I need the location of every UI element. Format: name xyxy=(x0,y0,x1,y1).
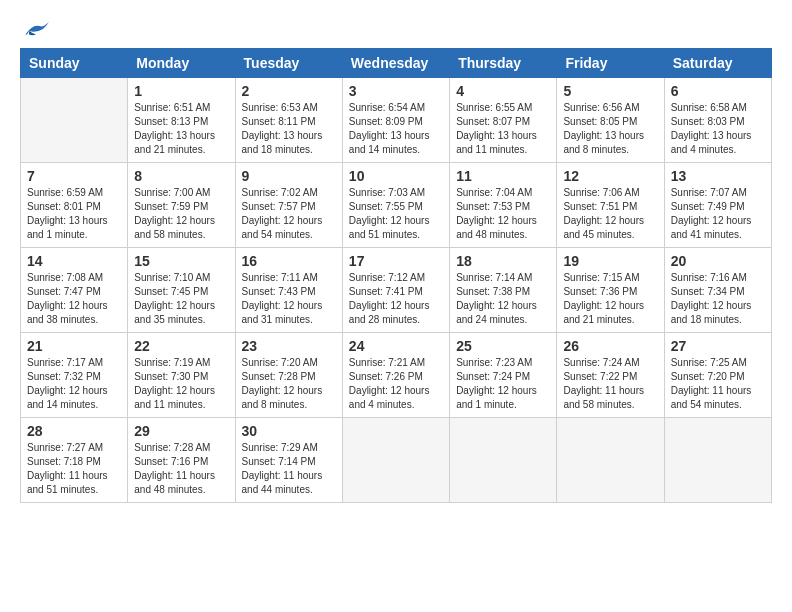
day-number: 17 xyxy=(349,253,443,269)
day-info: Sunrise: 7:15 AM Sunset: 7:36 PM Dayligh… xyxy=(563,271,657,327)
day-info: Sunrise: 7:06 AM Sunset: 7:51 PM Dayligh… xyxy=(563,186,657,242)
day-number: 25 xyxy=(456,338,550,354)
day-number: 18 xyxy=(456,253,550,269)
calendar-cell: 19Sunrise: 7:15 AM Sunset: 7:36 PM Dayli… xyxy=(557,248,664,333)
calendar-week-row: 7Sunrise: 6:59 AM Sunset: 8:01 PM Daylig… xyxy=(21,163,772,248)
day-info: Sunrise: 6:54 AM Sunset: 8:09 PM Dayligh… xyxy=(349,101,443,157)
day-info: Sunrise: 7:10 AM Sunset: 7:45 PM Dayligh… xyxy=(134,271,228,327)
calendar-cell: 7Sunrise: 6:59 AM Sunset: 8:01 PM Daylig… xyxy=(21,163,128,248)
day-info: Sunrise: 7:17 AM Sunset: 7:32 PM Dayligh… xyxy=(27,356,121,412)
calendar-cell: 21Sunrise: 7:17 AM Sunset: 7:32 PM Dayli… xyxy=(21,333,128,418)
day-info: Sunrise: 7:24 AM Sunset: 7:22 PM Dayligh… xyxy=(563,356,657,412)
day-number: 29 xyxy=(134,423,228,439)
day-number: 14 xyxy=(27,253,121,269)
logo-bird-icon xyxy=(22,20,50,42)
day-number: 30 xyxy=(242,423,336,439)
weekday-header-tuesday: Tuesday xyxy=(235,49,342,78)
day-info: Sunrise: 7:16 AM Sunset: 7:34 PM Dayligh… xyxy=(671,271,765,327)
day-info: Sunrise: 7:00 AM Sunset: 7:59 PM Dayligh… xyxy=(134,186,228,242)
calendar-cell xyxy=(450,418,557,503)
calendar-cell: 22Sunrise: 7:19 AM Sunset: 7:30 PM Dayli… xyxy=(128,333,235,418)
calendar-cell: 1Sunrise: 6:51 AM Sunset: 8:13 PM Daylig… xyxy=(128,78,235,163)
day-info: Sunrise: 7:14 AM Sunset: 7:38 PM Dayligh… xyxy=(456,271,550,327)
day-number: 24 xyxy=(349,338,443,354)
calendar-cell: 3Sunrise: 6:54 AM Sunset: 8:09 PM Daylig… xyxy=(342,78,449,163)
day-info: Sunrise: 7:03 AM Sunset: 7:55 PM Dayligh… xyxy=(349,186,443,242)
day-number: 28 xyxy=(27,423,121,439)
calendar-cell: 6Sunrise: 6:58 AM Sunset: 8:03 PM Daylig… xyxy=(664,78,771,163)
calendar-cell: 29Sunrise: 7:28 AM Sunset: 7:16 PM Dayli… xyxy=(128,418,235,503)
calendar-cell: 11Sunrise: 7:04 AM Sunset: 7:53 PM Dayli… xyxy=(450,163,557,248)
day-info: Sunrise: 6:55 AM Sunset: 8:07 PM Dayligh… xyxy=(456,101,550,157)
day-number: 21 xyxy=(27,338,121,354)
calendar-cell: 8Sunrise: 7:00 AM Sunset: 7:59 PM Daylig… xyxy=(128,163,235,248)
day-number: 10 xyxy=(349,168,443,184)
day-number: 15 xyxy=(134,253,228,269)
day-number: 5 xyxy=(563,83,657,99)
day-number: 9 xyxy=(242,168,336,184)
day-number: 1 xyxy=(134,83,228,99)
calendar-cell: 20Sunrise: 7:16 AM Sunset: 7:34 PM Dayli… xyxy=(664,248,771,333)
day-info: Sunrise: 7:07 AM Sunset: 7:49 PM Dayligh… xyxy=(671,186,765,242)
day-number: 12 xyxy=(563,168,657,184)
weekday-header-monday: Monday xyxy=(128,49,235,78)
day-info: Sunrise: 7:27 AM Sunset: 7:18 PM Dayligh… xyxy=(27,441,121,497)
day-number: 26 xyxy=(563,338,657,354)
day-number: 8 xyxy=(134,168,228,184)
calendar-cell: 24Sunrise: 7:21 AM Sunset: 7:26 PM Dayli… xyxy=(342,333,449,418)
calendar-cell: 18Sunrise: 7:14 AM Sunset: 7:38 PM Dayli… xyxy=(450,248,557,333)
calendar-cell: 14Sunrise: 7:08 AM Sunset: 7:47 PM Dayli… xyxy=(21,248,128,333)
calendar-week-row: 28Sunrise: 7:27 AM Sunset: 7:18 PM Dayli… xyxy=(21,418,772,503)
day-info: Sunrise: 7:20 AM Sunset: 7:28 PM Dayligh… xyxy=(242,356,336,412)
day-info: Sunrise: 7:12 AM Sunset: 7:41 PM Dayligh… xyxy=(349,271,443,327)
calendar-week-row: 14Sunrise: 7:08 AM Sunset: 7:47 PM Dayli… xyxy=(21,248,772,333)
day-number: 6 xyxy=(671,83,765,99)
calendar-week-row: 21Sunrise: 7:17 AM Sunset: 7:32 PM Dayli… xyxy=(21,333,772,418)
calendar-cell xyxy=(21,78,128,163)
day-info: Sunrise: 7:08 AM Sunset: 7:47 PM Dayligh… xyxy=(27,271,121,327)
calendar-cell: 23Sunrise: 7:20 AM Sunset: 7:28 PM Dayli… xyxy=(235,333,342,418)
day-info: Sunrise: 7:11 AM Sunset: 7:43 PM Dayligh… xyxy=(242,271,336,327)
calendar-cell xyxy=(557,418,664,503)
calendar-cell: 26Sunrise: 7:24 AM Sunset: 7:22 PM Dayli… xyxy=(557,333,664,418)
day-info: Sunrise: 7:25 AM Sunset: 7:20 PM Dayligh… xyxy=(671,356,765,412)
day-number: 7 xyxy=(27,168,121,184)
day-number: 22 xyxy=(134,338,228,354)
calendar-cell: 28Sunrise: 7:27 AM Sunset: 7:18 PM Dayli… xyxy=(21,418,128,503)
day-number: 2 xyxy=(242,83,336,99)
calendar-cell: 2Sunrise: 6:53 AM Sunset: 8:11 PM Daylig… xyxy=(235,78,342,163)
weekday-header-friday: Friday xyxy=(557,49,664,78)
calendar-cell: 16Sunrise: 7:11 AM Sunset: 7:43 PM Dayli… xyxy=(235,248,342,333)
day-info: Sunrise: 6:56 AM Sunset: 8:05 PM Dayligh… xyxy=(563,101,657,157)
day-number: 11 xyxy=(456,168,550,184)
calendar-cell: 10Sunrise: 7:03 AM Sunset: 7:55 PM Dayli… xyxy=(342,163,449,248)
weekday-header-thursday: Thursday xyxy=(450,49,557,78)
day-info: Sunrise: 7:28 AM Sunset: 7:16 PM Dayligh… xyxy=(134,441,228,497)
day-info: Sunrise: 7:23 AM Sunset: 7:24 PM Dayligh… xyxy=(456,356,550,412)
calendar-cell: 5Sunrise: 6:56 AM Sunset: 8:05 PM Daylig… xyxy=(557,78,664,163)
day-info: Sunrise: 6:53 AM Sunset: 8:11 PM Dayligh… xyxy=(242,101,336,157)
calendar-cell: 4Sunrise: 6:55 AM Sunset: 8:07 PM Daylig… xyxy=(450,78,557,163)
weekday-header-sunday: Sunday xyxy=(21,49,128,78)
weekday-header-saturday: Saturday xyxy=(664,49,771,78)
day-info: Sunrise: 7:04 AM Sunset: 7:53 PM Dayligh… xyxy=(456,186,550,242)
calendar-cell: 30Sunrise: 7:29 AM Sunset: 7:14 PM Dayli… xyxy=(235,418,342,503)
day-number: 3 xyxy=(349,83,443,99)
calendar-cell: 25Sunrise: 7:23 AM Sunset: 7:24 PM Dayli… xyxy=(450,333,557,418)
day-info: Sunrise: 7:02 AM Sunset: 7:57 PM Dayligh… xyxy=(242,186,336,242)
day-number: 4 xyxy=(456,83,550,99)
day-info: Sunrise: 7:19 AM Sunset: 7:30 PM Dayligh… xyxy=(134,356,228,412)
calendar-cell: 12Sunrise: 7:06 AM Sunset: 7:51 PM Dayli… xyxy=(557,163,664,248)
page-header xyxy=(20,20,772,38)
day-number: 27 xyxy=(671,338,765,354)
logo xyxy=(20,20,50,38)
day-number: 20 xyxy=(671,253,765,269)
weekday-header-wednesday: Wednesday xyxy=(342,49,449,78)
day-info: Sunrise: 6:51 AM Sunset: 8:13 PM Dayligh… xyxy=(134,101,228,157)
day-number: 13 xyxy=(671,168,765,184)
calendar-cell: 15Sunrise: 7:10 AM Sunset: 7:45 PM Dayli… xyxy=(128,248,235,333)
calendar-table: SundayMondayTuesdayWednesdayThursdayFrid… xyxy=(20,48,772,503)
day-number: 16 xyxy=(242,253,336,269)
day-info: Sunrise: 6:59 AM Sunset: 8:01 PM Dayligh… xyxy=(27,186,121,242)
day-number: 23 xyxy=(242,338,336,354)
